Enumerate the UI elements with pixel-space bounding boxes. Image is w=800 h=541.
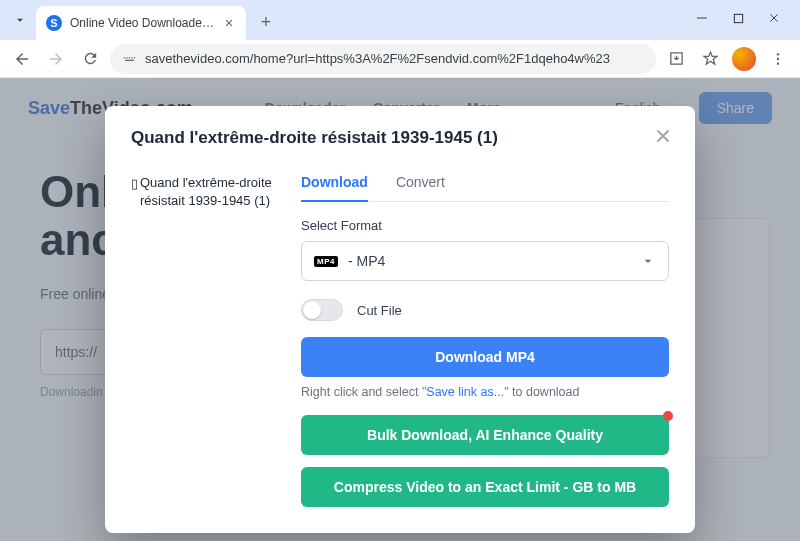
chevron-down-icon bbox=[13, 13, 27, 27]
download-modal: Quand l'extrême-droite résistait 1939-19… bbox=[105, 106, 695, 533]
reload-icon bbox=[82, 50, 99, 67]
modal-tabs: Download Convert bbox=[301, 174, 669, 202]
notification-dot-icon bbox=[663, 411, 673, 421]
address-bar[interactable]: savethevideo.com/home?url=https%3A%2F%2F… bbox=[110, 44, 656, 74]
install-app-button[interactable] bbox=[662, 45, 690, 73]
format-badge-icon: MP4 bbox=[314, 256, 338, 267]
arrow-right-icon bbox=[47, 50, 65, 68]
minimize-icon bbox=[696, 12, 708, 24]
cut-file-label: Cut File bbox=[357, 303, 402, 318]
browser-tab[interactable]: S Online Video Downloader and bbox=[36, 6, 246, 40]
close-icon bbox=[224, 18, 234, 28]
svg-point-1 bbox=[777, 53, 779, 55]
browser-toolbar: savethevideo.com/home?url=https%3A%2F%2F… bbox=[0, 40, 800, 78]
video-thumbnail: ▯ Quand l'extrême-droite résistait 1939-… bbox=[131, 174, 281, 507]
install-icon bbox=[668, 50, 685, 67]
svg-rect-0 bbox=[734, 14, 742, 22]
tab-search-dropdown[interactable] bbox=[8, 4, 32, 36]
profile-button[interactable] bbox=[730, 45, 758, 73]
reload-button[interactable] bbox=[76, 45, 104, 73]
window-controls bbox=[684, 4, 792, 32]
toggle-knob bbox=[303, 301, 321, 319]
cut-file-toggle[interactable] bbox=[301, 299, 343, 321]
download-hint: Right click and select "Save link as..."… bbox=[301, 385, 669, 399]
bulk-download-button[interactable]: Bulk Download, AI Enhance Quality bbox=[301, 415, 669, 455]
close-icon bbox=[768, 12, 780, 24]
svg-point-3 bbox=[777, 62, 779, 64]
forward-button[interactable] bbox=[42, 45, 70, 73]
site-settings-icon[interactable] bbox=[122, 51, 137, 66]
close-window-button[interactable] bbox=[756, 4, 792, 32]
tab-download[interactable]: Download bbox=[301, 174, 368, 202]
back-button[interactable] bbox=[8, 45, 36, 73]
format-select[interactable]: MP4 - MP4 bbox=[301, 241, 669, 281]
arrow-left-icon bbox=[13, 50, 31, 68]
browser-titlebar: S Online Video Downloader and + bbox=[0, 0, 800, 40]
avatar-icon bbox=[732, 47, 756, 71]
compress-video-button[interactable]: Compress Video to an Exact Limit - GB to… bbox=[301, 467, 669, 507]
modal-title: Quand l'extrême-droite résistait 1939-19… bbox=[131, 128, 669, 148]
thumbnail-alt-text: Quand l'extrême-droite résistait 1939-19… bbox=[140, 174, 281, 210]
broken-image-icon: ▯ bbox=[131, 175, 138, 193]
modal-close-button[interactable] bbox=[649, 122, 677, 150]
tab-title: Online Video Downloader and bbox=[70, 16, 214, 30]
tab-favicon-icon: S bbox=[46, 15, 62, 31]
kebab-icon bbox=[770, 51, 786, 67]
menu-button[interactable] bbox=[764, 45, 792, 73]
bookmark-button[interactable] bbox=[696, 45, 724, 73]
chevron-down-icon bbox=[640, 253, 656, 269]
maximize-icon bbox=[733, 13, 744, 24]
select-format-label: Select Format bbox=[301, 218, 669, 233]
close-icon bbox=[653, 126, 673, 146]
svg-point-2 bbox=[777, 57, 779, 59]
tab-close-button[interactable] bbox=[222, 16, 236, 30]
minimize-button[interactable] bbox=[684, 4, 720, 32]
star-icon bbox=[702, 50, 719, 67]
new-tab-button[interactable]: + bbox=[252, 8, 280, 36]
maximize-button[interactable] bbox=[720, 4, 756, 32]
format-value: - MP4 bbox=[348, 253, 385, 269]
url-text: savethevideo.com/home?url=https%3A%2F%2F… bbox=[145, 51, 610, 66]
download-mp4-button[interactable]: Download MP4 bbox=[301, 337, 669, 377]
tab-convert[interactable]: Convert bbox=[396, 174, 445, 201]
save-link-as-link[interactable]: Save link as... bbox=[426, 385, 504, 399]
